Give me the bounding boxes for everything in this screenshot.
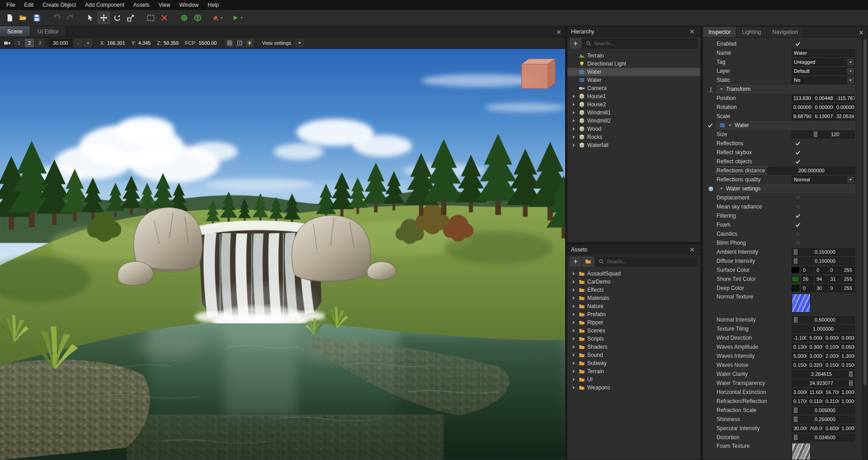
- save-button[interactable]: [31, 12, 43, 24]
- frame-toggle-button[interactable]: [236, 39, 244, 47]
- dropdown[interactable]: No: [792, 76, 855, 84]
- hierarchy-item[interactable]: Water: [567, 76, 700, 84]
- vector-field-w[interactable]: 1.000000: [840, 425, 855, 432]
- expander-icon[interactable]: [571, 320, 576, 325]
- selection-gizmo-cube[interactable]: [522, 59, 555, 89]
- add-asset-button[interactable]: [570, 257, 581, 266]
- menu-item[interactable]: File: [2, 1, 19, 9]
- world-tool-button[interactable]: [192, 12, 204, 24]
- checkbox[interactable]: [794, 213, 801, 219]
- camera-preset-button[interactable]: 3: [35, 39, 44, 47]
- component-header[interactable]: Water: [717, 121, 855, 129]
- close-icon[interactable]: [554, 28, 563, 37]
- expander-icon[interactable]: [571, 369, 576, 374]
- asset-folder[interactable]: Sound: [567, 351, 700, 359]
- vector-field-x[interactable]: 0.130000: [792, 343, 807, 351]
- dropdown[interactable]: Untagged: [792, 58, 855, 66]
- new-folder-button[interactable]: [583, 257, 594, 266]
- checkbox[interactable]: [796, 232, 800, 236]
- texture-thumbnail[interactable]: [792, 443, 811, 460]
- assets-panel-header[interactable]: Assets: [567, 245, 700, 255]
- color-r-field[interactable]: 0: [801, 285, 814, 292]
- vector-field-x[interactable]: 3.000000: [792, 389, 807, 396]
- inspector-tab[interactable]: Inspector: [703, 27, 736, 37]
- asset-folder[interactable]: Effects: [567, 286, 700, 294]
- expander-icon[interactable]: [571, 102, 576, 107]
- hierarchy-search-box[interactable]: [583, 39, 698, 48]
- view-settings-dropdown[interactable]: [296, 39, 304, 47]
- value-slider[interactable]: 0.150000: [792, 248, 855, 256]
- vector-field-y[interactable]: 0.320000: [808, 361, 823, 369]
- document-tab[interactable]: Scene: [0, 26, 30, 37]
- expander-icon[interactable]: [571, 94, 576, 99]
- color-g-field[interactable]: 94: [815, 275, 827, 283]
- color-a-field[interactable]: 255: [842, 266, 855, 274]
- collapse-arrow-icon[interactable]: [719, 186, 724, 191]
- dropdown-arrow-icon[interactable]: [240, 16, 243, 20]
- color-swatch[interactable]: [792, 285, 799, 291]
- add-object-button[interactable]: [570, 39, 581, 48]
- sphere-tool-button[interactable]: [178, 12, 190, 24]
- menu-item[interactable]: Assets: [129, 1, 154, 9]
- hierarchy-item[interactable]: House2: [567, 100, 700, 109]
- redo-button[interactable]: [64, 12, 76, 24]
- 3d-viewport[interactable]: [0, 49, 565, 460]
- value-slider[interactable]: 200.000000: [768, 167, 855, 175]
- texture-thumbnail[interactable]: [792, 294, 811, 313]
- rect-select-tool-button[interactable]: [145, 12, 157, 24]
- asset-folder[interactable]: Scripts: [567, 335, 700, 343]
- dropdown-arrow-icon[interactable]: [220, 16, 223, 20]
- view-settings-label[interactable]: View settings: [262, 40, 291, 46]
- asset-folder[interactable]: Nature: [567, 302, 700, 310]
- menu-item[interactable]: Help: [203, 1, 223, 9]
- vector-field-y[interactable]: 0.110000: [808, 398, 823, 405]
- hierarchy-item[interactable]: Windmill1: [567, 109, 700, 117]
- expander-icon[interactable]: [571, 142, 576, 148]
- new-button[interactable]: [4, 12, 16, 24]
- vector-field-z[interactable]: 16.70000: [824, 389, 839, 396]
- asset-folder[interactable]: UI: [567, 375, 700, 384]
- expander-icon[interactable]: [571, 304, 576, 309]
- color-b-field[interactable]: 0: [829, 266, 841, 274]
- expander-icon[interactable]: [571, 287, 576, 293]
- value-slider[interactable]: 24.923077: [792, 379, 855, 387]
- paint-tool-button[interactable]: [212, 12, 224, 24]
- component-header[interactable]: Water settings: [717, 185, 855, 193]
- delete-button[interactable]: [158, 12, 170, 24]
- expander-icon[interactable]: [571, 118, 576, 123]
- vector-field-z[interactable]: 32.05160: [835, 113, 855, 120]
- vector-field-y[interactable]: 0.300000: [808, 343, 823, 351]
- slider-knob[interactable]: [849, 371, 853, 377]
- search-input[interactable]: [607, 259, 694, 264]
- vector-field-x[interactable]: 5.000000: [792, 352, 807, 360]
- color-r-field[interactable]: 0: [801, 266, 814, 274]
- menu-item[interactable]: Edit: [19, 1, 38, 9]
- vector-field-x[interactable]: 8.687901: [792, 113, 812, 120]
- value-slider[interactable]: 0.034500: [792, 434, 855, 441]
- asset-folder[interactable]: Shaders: [567, 343, 700, 351]
- asset-folder[interactable]: CarDemo: [567, 278, 700, 286]
- checkbox[interactable]: [794, 149, 801, 156]
- checkbox[interactable]: [794, 222, 801, 228]
- vector-field-x[interactable]: 0.170000: [792, 398, 807, 405]
- select-tool-button[interactable]: [84, 12, 96, 24]
- close-icon[interactable]: [857, 28, 866, 37]
- color-b-field[interactable]: 31: [829, 275, 841, 283]
- asset-folder[interactable]: AssaultSquad: [567, 270, 700, 278]
- vector-field-z[interactable]: 0.310000: [824, 398, 839, 405]
- checkbox[interactable]: [796, 204, 800, 209]
- hierarchy-item[interactable]: House1: [567, 92, 700, 100]
- vector-field-w[interactable]: 0.050000: [840, 343, 855, 351]
- menu-item[interactable]: View: [154, 1, 175, 9]
- camera-preset-button[interactable]: 1: [14, 39, 24, 47]
- vector-field-y[interactable]: 11.60000: [808, 389, 823, 396]
- dropdown[interactable]: Normal: [792, 176, 855, 184]
- dropdown-arrow-icon[interactable]: [847, 68, 854, 75]
- hierarchy-item[interactable]: Rocks: [567, 133, 700, 141]
- size-slider[interactable]: 120: [792, 131, 855, 138]
- vector-field-w[interactable]: 1.000000: [840, 398, 855, 405]
- rotate-tool-button[interactable]: [111, 12, 123, 24]
- expander-icon[interactable]: [571, 336, 576, 341]
- checkbox[interactable]: [796, 195, 800, 200]
- inspector-tab[interactable]: Navigation: [767, 27, 804, 37]
